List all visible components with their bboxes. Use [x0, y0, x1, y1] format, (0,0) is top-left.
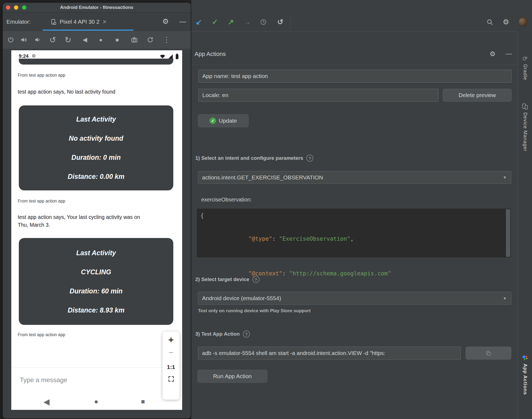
run-arrow-icon[interactable]: →	[242, 17, 253, 27]
card-line: No activity found	[69, 134, 123, 142]
commit-check-icon[interactable]: ✓	[210, 17, 220, 27]
card-line: CYCLING	[81, 268, 111, 276]
incoming-arrow-icon[interactable]: ↙	[193, 17, 204, 27]
zoom-fit-icon[interactable]	[168, 376, 174, 382]
activity-card: Last Activity CYCLING Duration: 60 min D…	[19, 238, 173, 325]
copy-command-button[interactable]	[466, 347, 511, 360]
app-name-field[interactable]	[198, 70, 512, 83]
panel-settings-icon[interactable]: ⚙	[490, 50, 495, 58]
outgoing-arrow-icon[interactable]: ↗	[225, 17, 236, 27]
history-clock-icon[interactable]	[258, 17, 269, 27]
message-text: test app action says, Your last cycling …	[18, 213, 147, 229]
run-app-action-button[interactable]: Run App Action	[197, 370, 267, 383]
adb-command-field[interactable]	[198, 347, 461, 360]
tab-close-icon[interactable]: ×	[103, 18, 106, 26]
message-source: From test app action app	[18, 332, 65, 337]
power-button[interactable]	[5, 31, 16, 49]
card-line: Duration: 60 min	[70, 287, 123, 295]
panel-header-divider	[191, 65, 517, 65]
status-time: 9:24	[19, 54, 28, 59]
panel-title: App Actions	[195, 51, 226, 58]
help-icon[interactable]: ?	[253, 276, 260, 283]
help-icon[interactable]: ?	[306, 155, 313, 162]
code-key: "@type"	[248, 236, 272, 242]
emulator-toolbar: Emulator: Pixel 4 API 30 2 × ⚙ —	[3, 13, 191, 31]
code-text: {	[200, 212, 204, 219]
card-title: Last Activity	[76, 249, 116, 257]
nav-back-button[interactable]: ◀	[41, 396, 52, 407]
phone-screen: 9:24 ⚙ From test app action app test app…	[11, 50, 182, 410]
code-string: "http://schema.googleapis.com"	[289, 270, 391, 277]
card-line: Duration: 0 min	[71, 154, 121, 161]
snapshot-button[interactable]	[145, 31, 156, 49]
intent-dropdown[interactable]: actions.intent.GET_EXERCISE_OBSERVATION …	[198, 171, 511, 184]
zoom-controls: + − 1:1	[163, 332, 179, 400]
gradle-icon	[522, 55, 528, 61]
device-manager-icon	[522, 103, 528, 110]
studio-window: ↙ ✓ ↗ → ↺ ⚙ App Actions ⚙ — Delete previ…	[191, 0, 532, 419]
test-section-label: 3) Test App Action ?	[195, 331, 250, 338]
copy-icon	[486, 350, 491, 356]
rotate-left-button[interactable]: ↺	[47, 31, 58, 49]
card-line: Distance: 0.00 km	[68, 173, 124, 180]
emulator-window-title: Android Emulator - fitnessactions	[3, 3, 191, 12]
zoom-in-button[interactable]: +	[168, 334, 174, 346]
more-options-button[interactable]: ⋮	[161, 31, 172, 49]
phone-icon	[50, 19, 56, 25]
card-line: Distance: 8.93 km	[68, 306, 124, 314]
device-hint: Test only on running device with Play St…	[198, 308, 311, 314]
assistant-icon	[522, 354, 528, 361]
intent-parameters-editor[interactable]: { "@type": "ExerciseObservation", "@cont…	[196, 208, 511, 258]
sidebar-item-app-actions[interactable]: App Actions	[518, 354, 532, 395]
previous-card-remnant	[19, 59, 173, 65]
volume-up-button[interactable]	[18, 31, 29, 49]
code-scrollbar[interactable]	[506, 209, 510, 257]
zoom-out-button[interactable]: −	[169, 347, 174, 358]
delete-preview-button[interactable]: Delete preview	[443, 89, 512, 102]
rotate-right-button[interactable]: ↻	[63, 31, 73, 49]
chevron-down-icon: ▼	[503, 296, 511, 301]
nav-overview-button[interactable]: ■	[137, 396, 149, 407]
panel-minimize-icon[interactable]: —	[506, 50, 512, 57]
emulator-minimize-icon[interactable]: —	[179, 13, 186, 31]
help-icon[interactable]: ?	[243, 331, 250, 338]
intent-section-label: 1) Select an intent and configure parame…	[195, 155, 313, 162]
screenshot-camera-button[interactable]	[129, 31, 140, 49]
locale-field[interactable]	[198, 89, 438, 102]
update-check-icon: ✓	[210, 118, 216, 124]
toolbar-separator	[290, 17, 291, 27]
wifi-icon	[160, 54, 166, 59]
nav-home-button[interactable]: ●	[90, 396, 102, 407]
home-button[interactable]: ●	[95, 31, 106, 49]
studio-toolbar: ↙ ✓ ↗ → ↺ ⚙	[191, 0, 532, 31]
parameter-label: exerciseObservation:	[201, 197, 252, 203]
emulator-titlebar: Android Emulator - fitnessactions	[3, 3, 191, 13]
sidebar-item-device-manager[interactable]: Device Manager	[518, 103, 532, 151]
code-string: "ExerciseObservation"	[279, 236, 350, 242]
screenshot-root: Android Emulator - fitnessactions Emulat…	[0, 0, 532, 419]
back-button[interactable]: ◀	[80, 31, 90, 49]
undo-icon[interactable]: ↺	[275, 17, 286, 27]
overview-button[interactable]: ■	[112, 31, 123, 49]
message-text: test app action says, No last activity f…	[18, 88, 115, 96]
chevron-down-icon: ▼	[503, 175, 511, 180]
message-input[interactable]	[19, 373, 133, 387]
message-source: From test app action app	[18, 73, 65, 78]
zoom-ratio-label[interactable]: 1:1	[167, 364, 175, 370]
volume-down-button[interactable]	[32, 31, 43, 49]
card-title: Last Activity	[76, 115, 116, 123]
search-icon[interactable]	[484, 17, 495, 27]
device-tab-label: Pixel 4 API 30 2	[60, 19, 99, 25]
signal-icon	[168, 54, 173, 59]
emulator-settings-icon[interactable]: ⚙	[162, 13, 169, 31]
emulator-label: Emulator:	[6, 13, 31, 31]
battery-icon	[175, 53, 179, 59]
device-tab[interactable]: Pixel 4 API 30 2 ×	[50, 13, 106, 31]
status-gear-icon: ⚙	[32, 53, 36, 59]
update-button[interactable]: ✓ Update	[198, 114, 249, 127]
target-device-dropdown[interactable]: Android device (emulator-5554) ▼	[198, 292, 511, 305]
user-avatar[interactable]	[519, 18, 527, 26]
ide-settings-icon[interactable]: ⚙	[501, 17, 511, 27]
activity-card: Last Activity No activity found Duration…	[19, 105, 173, 190]
sidebar-item-gradle[interactable]: Gradle	[518, 55, 532, 80]
